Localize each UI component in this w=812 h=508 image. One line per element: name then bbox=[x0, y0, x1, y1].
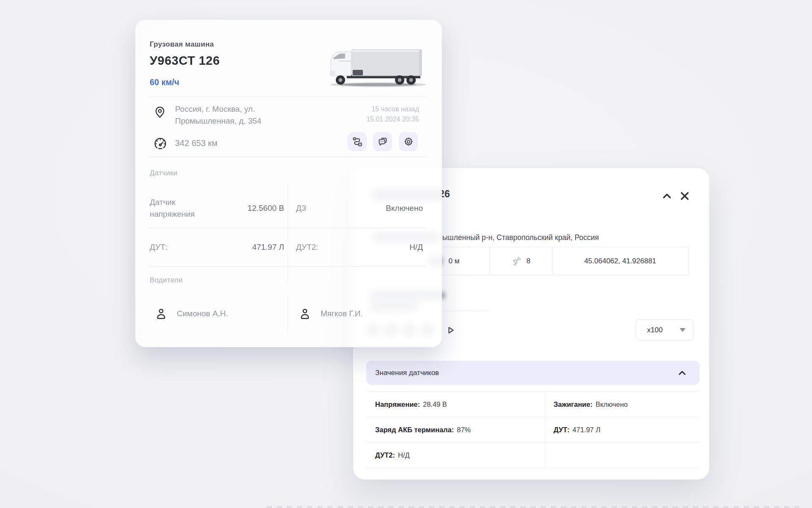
play-button[interactable] bbox=[444, 323, 457, 337]
vehicle-card: Грузовая машина У963СТ 126 60 км/ч bbox=[135, 20, 442, 347]
sensor-label: ДЗ bbox=[296, 202, 306, 214]
sensor-value: 12.5600 В bbox=[247, 204, 284, 213]
sensor-cell: ДУТ:471.97 Л bbox=[554, 417, 693, 442]
table-row: Напряжение:28.49 В Зажигание:Включено bbox=[366, 392, 700, 417]
sensor-cell: ДЗ Включено bbox=[296, 188, 423, 228]
truck-image bbox=[326, 46, 432, 88]
sensor-label: Заряд АКБ терминала: bbox=[375, 426, 454, 434]
driver-name: Симонов А.Н. bbox=[177, 309, 228, 318]
sensor-values-header[interactable]: Значения датчиков bbox=[366, 361, 700, 385]
driver-item: Мягков Г.И. bbox=[299, 295, 363, 332]
vehicle-speed: 60 км/ч bbox=[150, 77, 179, 87]
chat-icon bbox=[378, 137, 388, 147]
vehicle-address: Россия, г. Москва, ул. Промышленная, д. … bbox=[175, 103, 261, 127]
sensor-label: Напряжение: bbox=[375, 400, 420, 409]
track-address: ышленный р-н, Ставропольский край, Росси… bbox=[442, 232, 599, 243]
sensor-value: Н/Д bbox=[409, 243, 423, 252]
location-pin-icon bbox=[154, 106, 166, 119]
coordinates-value: 45.064062, 41.926881 bbox=[584, 257, 656, 265]
play-icon bbox=[444, 324, 456, 336]
sensor-value: 471.97 Л bbox=[573, 426, 601, 434]
playback-speed-dropdown[interactable]: x100 bbox=[636, 319, 694, 341]
vehicle-type-label: Грузовая машина bbox=[150, 40, 214, 49]
sensor-label: ДУТ2: bbox=[296, 241, 318, 253]
close-panel-button[interactable] bbox=[678, 189, 691, 203]
sensor-cell: ДУТ2: Н/Д bbox=[296, 228, 423, 266]
chevron-down-icon bbox=[680, 328, 686, 332]
page: 26 ышленный р-н, Ставропольский край, Ро… bbox=[0, 0, 812, 508]
address-line-2: Промышленная, д. 354 bbox=[175, 115, 261, 127]
sensor-label: Зажигание: bbox=[554, 400, 593, 409]
chevron-up-icon[interactable] bbox=[677, 367, 688, 378]
gear-icon bbox=[403, 137, 414, 147]
altitude-value: 0 м bbox=[449, 257, 460, 265]
route-icon bbox=[352, 137, 362, 147]
sensor-label: ДУТ: bbox=[150, 241, 167, 253]
sensor-value: 28.49 В bbox=[423, 400, 447, 409]
driver-name: Мягков Г.И. bbox=[321, 309, 363, 318]
person-icon bbox=[155, 307, 167, 320]
cropped-bottom-element bbox=[266, 506, 799, 508]
sensors-column-divider bbox=[288, 185, 288, 283]
vehicle-plate: У963СТ 126 bbox=[150, 54, 220, 68]
sensor-label: ДУТ: bbox=[554, 426, 570, 434]
chat-button[interactable] bbox=[373, 132, 392, 151]
last-update-relative: 15 часов назад bbox=[366, 104, 419, 114]
sensor-cell: ДУТ: 471.97 Л bbox=[150, 228, 284, 266]
divider bbox=[150, 157, 425, 157]
odometer-value: 342 653 км bbox=[175, 138, 217, 148]
chevron-up-icon bbox=[661, 190, 673, 202]
sensor-cell: Датчик напряжения 12.5600 В bbox=[150, 188, 284, 228]
sensor-label: ДУТ2: bbox=[375, 451, 395, 459]
sensor-values-table: Напряжение:28.49 В Зажигание:Включено За… bbox=[366, 392, 700, 468]
sensor-cell: Зажигание:Включено bbox=[554, 392, 693, 417]
table-row: Заряд АКБ терминала:87% ДУТ:471.97 Л bbox=[366, 417, 700, 443]
table-row: ДУТ2:Н/Д bbox=[366, 443, 700, 468]
person-icon bbox=[299, 307, 311, 320]
coordinates-box: 45.064062, 41.926881 bbox=[552, 247, 689, 275]
sensor-cell-empty bbox=[554, 443, 693, 468]
playback-speed-value: x100 bbox=[647, 326, 663, 334]
odometer-gauge-icon bbox=[154, 137, 167, 150]
satellites-box: 8 bbox=[490, 247, 552, 275]
close-icon bbox=[678, 190, 691, 202]
sensor-cell: Заряд АКБ терминала:87% bbox=[375, 417, 536, 442]
address-line-1: Россия, г. Москва, ул. bbox=[175, 103, 261, 115]
drivers-column-divider bbox=[288, 294, 288, 332]
settings-button[interactable] bbox=[399, 132, 418, 151]
last-update: 15 часов назад 15.01.2024 20:35 bbox=[366, 104, 419, 124]
sensor-value: 87% bbox=[457, 426, 471, 434]
last-update-datetime: 15.01.2024 20:35 bbox=[366, 114, 419, 124]
route-button[interactable] bbox=[348, 132, 367, 151]
divider bbox=[150, 266, 425, 267]
sensor-cell: ДУТ2:Н/Д bbox=[375, 443, 536, 468]
driver-item: Симонов А.Н. bbox=[155, 295, 228, 332]
sensors-heading: Датчики bbox=[150, 169, 178, 177]
sensor-value: 471.97 Л bbox=[252, 243, 284, 252]
collapse-panel-button[interactable] bbox=[660, 189, 674, 203]
sensor-values-title: Значения датчиков bbox=[375, 369, 439, 377]
sensor-value: Включено bbox=[386, 204, 423, 213]
sensor-cell: Напряжение:28.49 В bbox=[375, 392, 536, 417]
satellites-count: 8 bbox=[527, 257, 530, 265]
sensor-value: Включено bbox=[595, 400, 628, 409]
satellite-icon bbox=[512, 256, 522, 266]
sensor-label: Датчик напряжения bbox=[150, 196, 222, 220]
sensor-value: Н/Д bbox=[398, 451, 410, 459]
drivers-heading: Водители bbox=[150, 276, 183, 284]
divider bbox=[150, 96, 425, 97]
